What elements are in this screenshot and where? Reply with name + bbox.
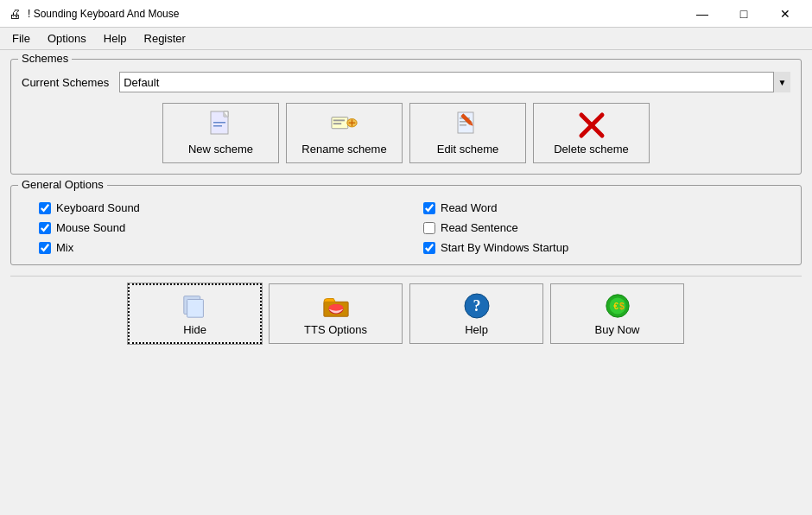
mix-label: Mix	[56, 241, 73, 254]
menu-file[interactable]: File	[3, 29, 39, 48]
options-grid: Keyboard Sound Read Word Mouse Sound Rea…	[22, 201, 790, 254]
mouse-sound-row: Mouse Sound	[39, 221, 406, 234]
read-sentence-checkbox[interactable]	[423, 222, 435, 234]
tts-options-button[interactable]: TTS Options	[269, 283, 403, 344]
keyboard-sound-checkbox[interactable]	[39, 202, 51, 214]
window-title: ! Sounding Keyboard And Mouse	[28, 8, 682, 20]
svg-text:?: ?	[473, 297, 480, 315]
maximize-button[interactable]: □	[724, 0, 764, 28]
keyboard-sound-row: Keyboard Sound	[39, 201, 406, 214]
close-button[interactable]: ✕	[765, 0, 805, 28]
edit-scheme-button[interactable]: Edit scheme	[409, 103, 526, 163]
current-schemes-label: Current Schemes	[22, 76, 109, 89]
schemes-select[interactable]: Default	[119, 72, 790, 92]
mouse-sound-checkbox[interactable]	[39, 222, 51, 234]
main-content: Schemes Current Schemes Default ▼	[0, 50, 812, 359]
start-windows-checkbox[interactable]	[423, 242, 435, 254]
buy-now-button[interactable]: € $ Buy Now	[550, 283, 684, 344]
svg-point-23	[328, 304, 343, 311]
svg-rect-3	[213, 122, 225, 124]
mouse-sound-label: Mouse Sound	[56, 221, 125, 234]
read-word-label: Read Word	[441, 201, 498, 214]
read-sentence-row: Read Sentence	[423, 221, 790, 234]
mix-checkbox[interactable]	[39, 242, 51, 254]
edit-scheme-label: Edit scheme	[437, 143, 499, 156]
help-icon: ?	[463, 292, 491, 320]
minimize-button[interactable]: —	[682, 0, 722, 28]
edit-scheme-icon	[454, 111, 482, 139]
start-windows-row: Start By Windows Startup	[423, 241, 790, 254]
delete-scheme-button[interactable]: Delete scheme	[533, 103, 650, 163]
tts-options-icon	[322, 292, 350, 320]
general-options-label: General Options	[18, 178, 107, 191]
help-label: Help	[465, 323, 488, 336]
new-scheme-button[interactable]: New scheme	[162, 103, 279, 163]
schemes-select-wrapper: Default ▼	[119, 72, 790, 92]
general-options-group: General Options Keyboard Sound Read Word…	[10, 185, 802, 265]
read-word-row: Read Word	[423, 201, 790, 214]
title-bar: 🖨 ! Sounding Keyboard And Mouse — □ ✕	[0, 0, 812, 28]
schemes-group-label: Schemes	[18, 52, 72, 65]
window-controls: — □ ✕	[682, 0, 805, 28]
bottom-buttons-row: Hide TTS Options	[10, 276, 802, 351]
svg-rect-20	[187, 299, 203, 317]
svg-rect-4	[213, 125, 222, 127]
hide-label: Hide	[183, 323, 206, 336]
svg-rect-6	[333, 119, 344, 121]
current-schemes-row: Current Schemes Default ▼	[22, 72, 790, 92]
delete-scheme-icon	[578, 111, 606, 139]
delete-scheme-label: Delete scheme	[554, 143, 629, 156]
scheme-buttons-row: New scheme Rename scheme	[22, 103, 790, 163]
hide-icon	[181, 292, 209, 320]
menu-register[interactable]: Register	[136, 29, 194, 48]
new-scheme-label: New scheme	[188, 143, 253, 156]
schemes-group: Schemes Current Schemes Default ▼	[10, 59, 802, 175]
svg-text:€: €	[613, 301, 619, 310]
new-scheme-icon	[207, 111, 235, 139]
start-windows-label: Start By Windows Startup	[441, 241, 568, 254]
rename-scheme-label: Rename scheme	[301, 143, 386, 156]
rename-scheme-icon	[331, 111, 358, 139]
menu-options[interactable]: Options	[39, 29, 95, 48]
svg-rect-14	[460, 124, 466, 126]
buy-now-icon: € $	[604, 292, 631, 320]
svg-text:$: $	[619, 301, 624, 310]
menu-help[interactable]: Help	[95, 29, 136, 48]
tts-options-label: TTS Options	[304, 323, 367, 336]
hide-button[interactable]: Hide	[128, 283, 262, 344]
svg-rect-7	[333, 123, 340, 124]
mix-row: Mix	[39, 241, 406, 254]
help-button[interactable]: ? Help	[409, 283, 543, 344]
read-word-checkbox[interactable]	[423, 202, 435, 214]
rename-scheme-button[interactable]: Rename scheme	[286, 103, 403, 163]
read-sentence-label: Read Sentence	[441, 221, 518, 234]
app-icon: 🖨	[7, 6, 22, 22]
keyboard-sound-label: Keyboard Sound	[56, 201, 140, 214]
menu-bar: File Options Help Register	[0, 28, 812, 50]
buy-now-label: Buy Now	[594, 323, 639, 336]
